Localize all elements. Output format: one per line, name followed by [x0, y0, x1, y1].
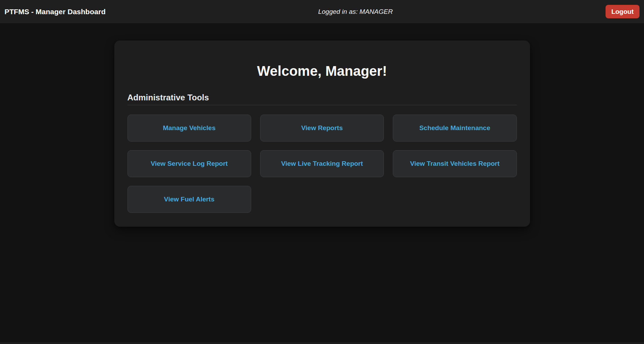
- view-service-log-report-button[interactable]: View Service Log Report: [127, 150, 251, 177]
- section-divider: [127, 105, 517, 105]
- app-brand: PTFMS - Manager Dashboard: [5, 8, 106, 16]
- view-fuel-alerts-button[interactable]: View Fuel Alerts: [127, 186, 251, 213]
- view-live-tracking-report-button[interactable]: View Live Tracking Report: [260, 150, 384, 177]
- dashboard-card: Welcome, Manager! Administrative Tools M…: [114, 40, 530, 227]
- schedule-maintenance-button[interactable]: Schedule Maintenance: [393, 115, 517, 142]
- tools-grid: Manage Vehicles View Reports Schedule Ma…: [127, 115, 517, 213]
- section-title-administrative-tools: Administrative Tools: [127, 92, 517, 102]
- logged-in-status: Logged in as: MANAGER: [318, 8, 392, 16]
- view-reports-button[interactable]: View Reports: [260, 115, 384, 142]
- top-navbar: PTFMS - Manager Dashboard Logged in as: …: [0, 0, 644, 23]
- welcome-heading: Welcome, Manager!: [127, 63, 517, 79]
- view-transit-vehicles-report-button[interactable]: View Transit Vehicles Report: [393, 150, 517, 177]
- manage-vehicles-button[interactable]: Manage Vehicles: [127, 115, 251, 142]
- window-bottom-edge: [0, 342, 644, 344]
- logout-button[interactable]: Logout: [606, 5, 639, 18]
